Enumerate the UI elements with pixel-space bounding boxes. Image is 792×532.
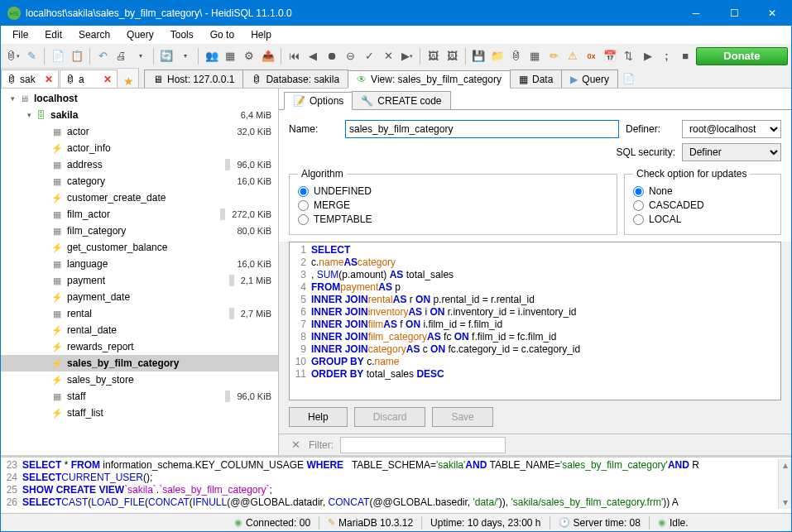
undo-icon[interactable]: ↶ (94, 47, 112, 65)
tab-host[interactable]: 🖥Host: 127.0.0.1 (144, 69, 243, 88)
save-icon[interactable]: 💾 (470, 47, 487, 65)
tree-item-actor[interactable]: ▦actor32,0 KiB (1, 123, 278, 140)
expand-arrow-icon[interactable]: ▾ (24, 111, 34, 119)
subtab-options[interactable]: 📝Options (284, 92, 353, 110)
object-tree[interactable]: ▾🖥localhost▾🗄sakila6,4 MiB▦actor32,0 KiB… (1, 89, 279, 455)
tree-item-staff_list[interactable]: ⚡staff_list (1, 405, 278, 421)
menu-goto[interactable]: Go to (204, 27, 241, 42)
play-icon[interactable]: ▶▾ (399, 47, 416, 65)
tree-item-customer_create_date[interactable]: ⚡customer_create_date (1, 189, 278, 206)
save-button[interactable]: Save (432, 407, 492, 427)
menu-file[interactable]: File (6, 27, 35, 42)
semi-icon[interactable]: ; (658, 47, 675, 65)
menu-help[interactable]: Help (244, 27, 278, 42)
filter-input[interactable] (340, 437, 506, 453)
check-icon[interactable]: ✓ (361, 47, 378, 65)
first-icon[interactable]: ⏮ (286, 47, 303, 65)
db-icon[interactable]: 🛢 (507, 47, 525, 65)
sql-log[interactable]: 23SELECT * FROM information_schema.KEY_C… (1, 455, 791, 513)
maximize-button[interactable]: ☐ (715, 1, 753, 26)
menu-edit[interactable]: Edit (38, 27, 69, 42)
help-button[interactable]: Help (289, 407, 348, 427)
delete-icon[interactable]: ✕ (380, 47, 397, 65)
tab-view[interactable]: 👁View: sales_by_film_category (348, 70, 511, 89)
users-icon[interactable]: 👥 (203, 47, 220, 65)
name-input[interactable] (345, 120, 619, 138)
session-tab-sak[interactable]: 🛢 sak ✕ (1, 69, 59, 88)
dates-icon[interactable]: 📅 (602, 47, 619, 65)
discard-button[interactable]: Discard (354, 407, 426, 427)
menu-tools[interactable]: Tools (164, 27, 200, 42)
hex-icon[interactable]: 0x (583, 47, 600, 65)
sort-icon[interactable]: ⇅ (621, 47, 638, 65)
paste-icon[interactable]: 📋 (68, 47, 85, 65)
close-button[interactable]: ✕ (753, 1, 791, 26)
pencil-icon[interactable]: ✏ (545, 47, 563, 65)
close-tab-icon[interactable]: ✕ (45, 74, 53, 85)
print-icon[interactable]: 🖨 (113, 47, 131, 65)
check-none[interactable]: None (633, 185, 772, 197)
run-icon[interactable]: ▶ (639, 47, 656, 65)
tab-data[interactable]: ▦Data (510, 69, 562, 88)
tab-query[interactable]: ▶Query (561, 69, 618, 88)
session-tab-a[interactable]: 🛢 a ✕ (60, 69, 118, 88)
img2-icon[interactable]: 🖼 (444, 47, 461, 65)
algo-merge[interactable]: MERGE (298, 199, 608, 211)
favorite-icon[interactable]: ★ (122, 74, 135, 88)
menu-query[interactable]: Query (120, 27, 161, 42)
tree-item-category[interactable]: ▦category16,0 KiB (1, 173, 278, 189)
tree-item-sakila[interactable]: ▾🗄sakila6,4 MiB (1, 107, 278, 123)
tree-item-sales_by_film_category[interactable]: ⚡sales_by_film_category (1, 355, 278, 371)
stop-icon[interactable]: ⊖ (342, 47, 359, 65)
tab-add[interactable]: 📄 (617, 69, 640, 88)
donate-button[interactable]: Donate (696, 47, 788, 65)
table-icon[interactable]: ▦ (222, 47, 239, 65)
algo-undefined[interactable]: UNDEFINED (298, 185, 608, 197)
dropdown-icon[interactable]: ▾ (132, 47, 149, 65)
scrollbar[interactable]: ▴▾ (778, 459, 791, 509)
close-tab-icon[interactable]: ✕ (103, 74, 112, 85)
tree-item-get_customer_balance[interactable]: ⚡get_customer_balance (1, 239, 278, 256)
copy-icon[interactable]: 📄 (49, 47, 66, 65)
tree-item-rewards_report[interactable]: ⚡rewards_report (1, 338, 278, 355)
tree-item-actor_info[interactable]: ⚡actor_info (1, 140, 278, 156)
vars-icon[interactable]: ⚙ (241, 47, 258, 65)
tab-database[interactable]: 🛢Database: sakila (242, 69, 348, 88)
menu-search[interactable]: Search (72, 27, 117, 42)
tree-item-payment[interactable]: ▦payment2,1 MiB (1, 272, 278, 289)
tree-item-film_actor[interactable]: ▦film_actor272,0 KiB (1, 206, 278, 223)
prev-icon[interactable]: ◀ (305, 47, 322, 65)
img1-icon[interactable]: 🖼 (425, 47, 442, 65)
tree-item-sales_by_store[interactable]: ⚡sales_by_store (1, 371, 278, 388)
status-idle: Idle. (670, 517, 689, 529)
edit-icon[interactable]: ✎ (23, 47, 41, 65)
sql-editor[interactable]: 1SELECT 2c.name AS category 3, SUM(p.amo… (289, 242, 781, 400)
stop2-icon[interactable]: ■ (677, 47, 694, 65)
folder-icon[interactable]: 📁 (488, 47, 506, 65)
tree-item-language[interactable]: ▦language16,0 KiB (1, 256, 278, 272)
check-cascaded[interactable]: CASCADED (633, 199, 772, 211)
sqlsecurity-combo[interactable]: Definer (682, 143, 781, 161)
check-local[interactable]: LOCAL (633, 213, 772, 225)
definer-combo[interactable]: root@localhost (682, 120, 781, 138)
clock-icon: 🕐 (559, 517, 570, 528)
tree-item-address[interactable]: ▦address96,0 KiB (1, 156, 278, 173)
new-dropdown-icon[interactable]: 🛢▾ (4, 47, 22, 65)
tree-item-rental[interactable]: ▦rental2,7 MiB (1, 305, 278, 322)
expand-arrow-icon[interactable]: ▾ (7, 94, 17, 103)
dropdown2-icon[interactable]: ▾ (177, 47, 194, 65)
refresh-icon[interactable]: 🔄 (158, 47, 175, 65)
tree-item-film_category[interactable]: ▦film_category80,0 KiB (1, 223, 278, 239)
record-icon[interactable]: ⏺ (324, 47, 341, 65)
export-icon[interactable]: 📤 (260, 47, 277, 65)
tree-item-localhost[interactable]: ▾🖥localhost (1, 90, 278, 107)
grid-icon[interactable]: ▦ (526, 47, 544, 65)
algo-temptable[interactable]: TEMPTABLE (298, 213, 608, 225)
tree-item-rental_date[interactable]: ⚡rental_date (1, 322, 278, 338)
warn-icon[interactable]: ⚠ (564, 47, 581, 65)
minimize-button[interactable]: ─ (677, 1, 715, 26)
tree-item-payment_date[interactable]: ⚡payment_date (1, 289, 278, 305)
subtab-create[interactable]: 🔧CREATE code (352, 91, 450, 109)
tree-item-staff[interactable]: ▦staff96,0 KiB (1, 388, 278, 405)
clear-filter-icon[interactable]: ✕ (289, 439, 302, 451)
